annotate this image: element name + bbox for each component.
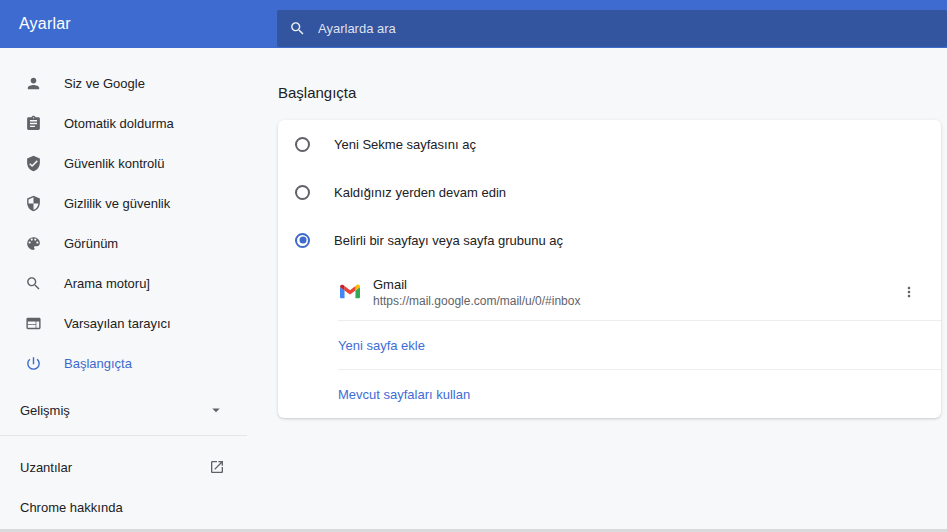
more-vert-icon (901, 284, 917, 300)
extensions-label: Uzantılar (20, 460, 72, 475)
sidebar-item-baslangicta[interactable]: Başlangıçta (0, 343, 247, 383)
power-icon (24, 354, 42, 372)
sidebar-item-uzantilar[interactable]: Uzantılar (0, 447, 247, 487)
sidebar-item-gizlilik-ve-guvenlik[interactable]: Gizlilik ve güvenlik (0, 183, 247, 223)
page-title: Ayarlar (0, 15, 71, 33)
sidebar-item-label: Güvenlik kontrolü (64, 156, 164, 171)
startup-page-info: Gmail https://mail.google.com/mail/u/0/#… (373, 276, 895, 309)
sidebar-item-arama-motoru[interactable]: Arama motoru] (0, 263, 247, 303)
option-label: Belirli bir sayfayı veya sayfa grubunu a… (334, 233, 563, 248)
sidebar-item-label: Varsayılan tarayıcı (64, 316, 171, 331)
startup-page-url: https://mail.google.com/mail/u/0/#inbox (373, 293, 895, 309)
sidebar-item-varsayilan-tarayici[interactable]: Varsayılan tarayıcı (0, 303, 247, 343)
sidebar-item-otomatik-doldurma[interactable]: Otomatik doldurma (0, 103, 247, 143)
sidebar-advanced-toggle[interactable]: Gelişmiş (0, 390, 247, 430)
option-label: Kaldığınız yerden devam edin (334, 185, 506, 200)
sidebar-item-label: Siz ve Google (64, 76, 145, 91)
radio-unselected-icon[interactable] (295, 185, 310, 200)
advanced-label: Gelişmiş (20, 403, 70, 418)
on-startup-card: Yeni Sekme sayfasını aç Kaldığınız yerde… (278, 120, 941, 418)
sidebar-item-label: Otomatik doldurma (64, 116, 174, 131)
chevron-down-icon (207, 401, 225, 419)
option-continue-where-left-off[interactable]: Kaldığınız yerden devam edin (278, 168, 941, 216)
privacy-shield-icon (24, 194, 42, 212)
settings-header: Ayarlar (0, 0, 947, 48)
search-icon (289, 20, 306, 37)
sidebar-item-label: Gizlilik ve güvenlik (64, 196, 170, 211)
search-input[interactable] (318, 21, 947, 36)
use-current-pages-label: Mevcut sayfaları kullan (338, 387, 470, 402)
radio-unselected-icon[interactable] (295, 137, 310, 152)
sidebar-item-chrome-hakkinda[interactable]: Chrome hakkında (0, 487, 247, 527)
sidebar-item-label: Başlangıçta (64, 356, 132, 371)
open-in-new-icon (209, 459, 225, 475)
person-icon (24, 74, 42, 92)
sidebar-item-gorunum[interactable]: Görünüm (0, 223, 247, 263)
about-chrome-label: Chrome hakkında (20, 500, 123, 515)
sidebar-item-label: Arama motoru] (64, 276, 150, 291)
browser-window-icon (24, 314, 42, 332)
settings-search-box[interactable] (277, 10, 947, 47)
use-current-pages-button[interactable]: Mevcut sayfaları kullan (278, 370, 941, 418)
sidebar-item-label: Görünüm (64, 236, 118, 251)
settings-sidebar: Siz ve Google Otomatik doldurma Güvenlik… (0, 48, 247, 532)
sidebar-item-guvenlik-kontrolu[interactable]: Güvenlik kontrolü (0, 143, 247, 183)
option-open-specific-pages[interactable]: Belirli bir sayfayı veya sayfa grubunu a… (278, 216, 941, 264)
sidebar-item-siz-ve-google[interactable]: Siz ve Google (0, 63, 247, 103)
radio-selected-icon[interactable] (295, 233, 310, 248)
add-new-page-button[interactable]: Yeni sayfa ekle (278, 321, 941, 369)
settings-content: Başlangıçta Yeni Sekme sayfasını aç Kald… (247, 48, 947, 532)
startup-page-title: Gmail (373, 276, 895, 293)
more-actions-button[interactable] (895, 278, 923, 306)
safety-check-icon (24, 154, 42, 172)
startup-page-row: Gmail https://mail.google.com/mail/u/0/#… (278, 264, 941, 320)
option-open-new-tab[interactable]: Yeni Sekme sayfasını aç (278, 120, 941, 168)
palette-icon (24, 234, 42, 252)
add-new-page-label: Yeni sayfa ekle (338, 338, 425, 353)
autofill-icon (24, 114, 42, 132)
gmail-icon (340, 282, 360, 302)
section-title: Başlangıçta (278, 83, 941, 103)
search-engine-icon (24, 274, 42, 292)
option-label: Yeni Sekme sayfasını aç (334, 137, 476, 152)
sidebar-divider (0, 435, 247, 436)
